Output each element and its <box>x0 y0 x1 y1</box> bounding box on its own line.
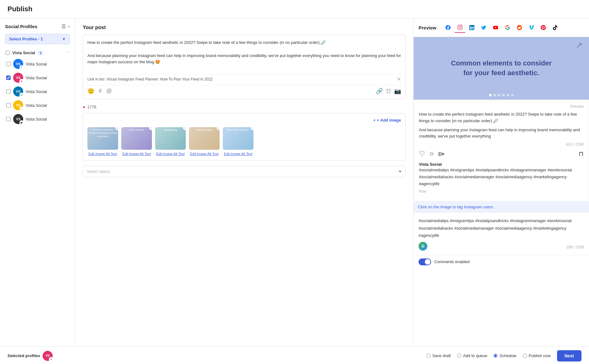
profile-checkbox-5[interactable] <box>6 117 11 121</box>
sidebar-title: Social Profiles <box>5 24 37 29</box>
image-thumb-4[interactable]: Happy People ✕ <box>189 127 220 150</box>
profile-item-4: VS G Vista Social <box>5 98 70 112</box>
preview-tag-note[interactable]: Click on the image to tag Instagram user… <box>414 201 589 212</box>
camera-icon[interactable]: 📷 <box>394 88 401 95</box>
post-text-line2: And because planning your Instagram feed… <box>87 53 401 66</box>
preview-image-area[interactable]: ↗ Common elements to considerfor your fe… <box>414 37 589 100</box>
dot-1 <box>489 94 492 96</box>
social-icon-instagram[interactable] <box>455 22 465 33</box>
footer-right: Save draft Add to queue Schedule Publish… <box>426 350 581 361</box>
social-icon-tiktok[interactable] <box>550 22 560 33</box>
image-thumb-1[interactable]: How to Create the Perfect Instagram Feed… <box>87 127 118 150</box>
social-icon-linkedin[interactable] <box>467 22 477 33</box>
radio-save-draft[interactable]: Save draft <box>426 353 451 358</box>
comment-icon[interactable]: ○ <box>430 150 434 158</box>
preview-account-name: Vista Social <box>419 162 584 167</box>
profile-checkbox-1[interactable] <box>6 62 11 66</box>
heart-icon[interactable]: ♡ <box>419 150 425 158</box>
platform-badge-1: f <box>19 65 24 70</box>
radio-add-queue-input[interactable] <box>457 354 461 358</box>
select-profiles-label: Select Profiles · 1 <box>9 37 43 41</box>
social-icon-youtube[interactable] <box>490 22 501 33</box>
main-layout: Social Profiles ☰ ‹ Select Profiles · 1 … <box>0 18 589 346</box>
image-alt-text-4[interactable]: Edit Image Alt Text <box>190 152 219 156</box>
collapse-icon[interactable]: ‹ <box>68 23 70 29</box>
page-header: Publish <box>0 0 589 18</box>
avatar-wrap-4: VS G <box>13 100 23 110</box>
filter-icon[interactable]: ☰ <box>61 23 66 29</box>
mention-icon[interactable]: @ <box>106 88 112 95</box>
image-item-2: Color Palette ✕ Edit Image Alt Text <box>121 127 152 156</box>
dot-5 <box>507 94 509 96</box>
radio-schedule[interactable]: Schedule <box>493 353 516 358</box>
images-row: How to Create the Perfect Instagram Feed… <box>87 127 401 156</box>
preview-dots <box>489 94 513 96</box>
profile-item-2: VS ● Vista Social <box>5 71 70 85</box>
post-editor[interactable]: How to create the perfect Instagram feed… <box>83 35 406 99</box>
toolbar-left: 🙂 # @ <box>87 88 112 95</box>
comments-toggle[interactable] <box>419 258 431 265</box>
post-link-icons: ✎ <box>397 77 401 82</box>
image-alt-text-2[interactable]: Edit Image Alt Text <box>122 152 151 156</box>
social-icon-facebook[interactable] <box>443 22 453 33</box>
image-thumb-5[interactable]: Was This Helpful? ✕ <box>223 127 253 150</box>
next-button[interactable]: Next <box>557 350 581 361</box>
radio-save-draft-input[interactable] <box>426 354 430 358</box>
emoji-icon[interactable]: 🙂 <box>87 88 94 95</box>
footer-avatar: VS ● <box>43 351 53 361</box>
image-grid-icon[interactable]: ☷ <box>386 88 391 95</box>
your-post-title: Your post <box>83 25 406 30</box>
social-icon-google[interactable] <box>502 22 513 33</box>
page-title: Publish <box>8 5 32 13</box>
image-alt-text-5[interactable]: Edit Image Alt Text <box>224 152 253 156</box>
profile-checkbox-2[interactable] <box>6 75 11 80</box>
post-text-input[interactable]: How to create the perfect Instagram feed… <box>87 39 401 71</box>
image-alt-text-1[interactable]: Edit Image Alt Text <box>89 152 117 156</box>
chevron-down-icon: ▼ <box>62 37 66 41</box>
ai-icon[interactable]: G <box>419 242 427 251</box>
social-icon-reddit[interactable] <box>514 22 525 33</box>
profile-checkbox-4[interactable] <box>6 103 11 107</box>
image-item-4: Happy People ✕ Edit Image Alt Text <box>189 127 220 156</box>
radio-publish-now-input[interactable] <box>523 354 527 358</box>
profile-name-4: Vista Social <box>26 103 47 108</box>
edit-link-icon[interactable]: ✎ <box>397 77 401 82</box>
group-checkbox[interactable] <box>6 51 10 55</box>
comments-toggle-row: Comments enabled <box>414 255 589 268</box>
labels-select[interactable]: Select labels <box>83 166 406 177</box>
image-item-1: How to Create the Perfect Instagram Feed… <box>87 127 118 156</box>
dot-6 <box>511 94 513 96</box>
profile-group-header[interactable]: Vista Social 1 ⌃ <box>5 49 70 57</box>
preview-post-text-2: And because planning your Instagram feed… <box>419 127 584 140</box>
group-chevron-icon: ⌃ <box>66 51 69 55</box>
hashtag-icon[interactable]: # <box>99 88 102 95</box>
preview-post-text-1: How to create the perfect Instagram feed… <box>419 111 584 124</box>
diagonal-line: ↗ <box>576 40 583 50</box>
share-icon[interactable]: ⌲ <box>438 150 445 158</box>
preview-char-count: 424 / 2200 <box>419 142 584 147</box>
preview-image-text: Common elements to considerfor your feed… <box>445 52 558 84</box>
social-icon-vimeo[interactable] <box>526 22 537 33</box>
preview-header: Preview <box>414 18 589 37</box>
profile-checkbox-3[interactable] <box>6 89 11 94</box>
sidebar-icon-group: ☰ ‹ <box>61 23 70 29</box>
add-image-button[interactable]: + + Add image <box>373 118 401 122</box>
preview-hashtags-text[interactable]: #socialmediatips #instgramtips #instatip… <box>419 217 584 239</box>
profile-name-5: Vista Social <box>26 117 47 122</box>
preview-hashtags-section: #socialmediatips #instgramtips #instatip… <box>414 212 589 255</box>
select-profiles-dropdown[interactable]: Select Profiles · 1 ▼ <box>5 34 70 44</box>
bookmark-icon[interactable]: ⊓ <box>579 150 584 158</box>
link-icon[interactable]: 🔗 <box>376 88 383 95</box>
radio-add-queue[interactable]: Add to queue <box>457 353 487 358</box>
plus-icon: + <box>373 118 376 122</box>
preview-caption: #socialmediatips #instgramtips #instatip… <box>419 167 584 187</box>
social-icon-twitter[interactable] <box>478 22 489 33</box>
radio-schedule-input[interactable] <box>493 354 498 358</box>
radio-publish-now[interactable]: Publish now <box>523 353 551 358</box>
social-icon-pinterest[interactable] <box>538 22 549 33</box>
profile-name-2: Vista Social <box>26 75 47 80</box>
post-area: Your post How to create the perfect Inst… <box>75 18 414 346</box>
image-thumb-2[interactable]: Color Palette ✕ <box>121 127 152 150</box>
image-thumb-3[interactable]: Typography ✕ <box>155 127 186 150</box>
image-alt-text-3[interactable]: Edit Image Alt Text <box>156 152 185 156</box>
